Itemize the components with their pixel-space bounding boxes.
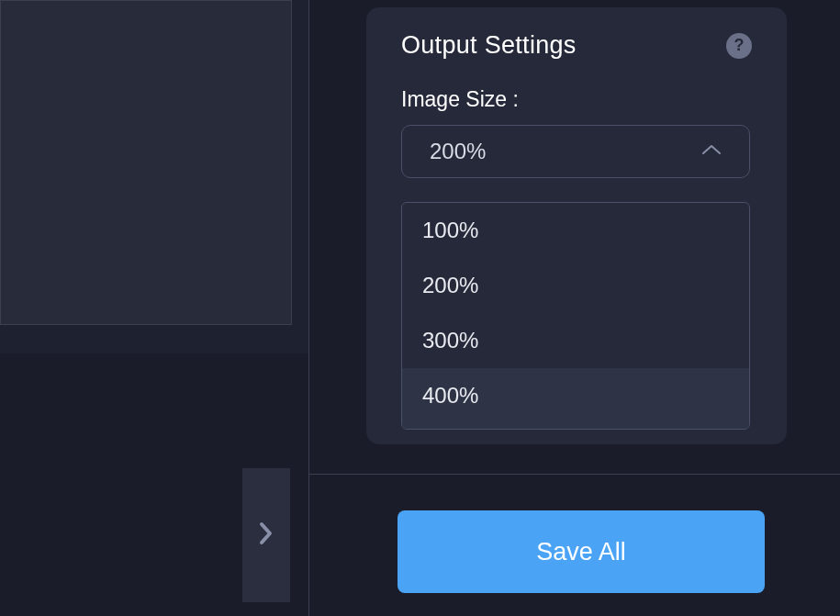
image-size-dropdown-list: 100% 200% 300% 400%	[401, 202, 750, 430]
image-size-dropdown[interactable]: 200%	[401, 125, 750, 178]
horizontal-divider	[309, 474, 840, 475]
image-size-label: Image Size :	[401, 87, 752, 112]
chevron-up-icon	[701, 143, 722, 160]
dropdown-option-300[interactable]: 300%	[402, 313, 749, 368]
dropdown-option-100[interactable]: 100%	[402, 203, 749, 258]
save-all-button[interactable]: Save All	[398, 510, 765, 593]
output-settings-card: Output Settings ? Image Size : 200% 100%…	[366, 7, 787, 444]
chevron-right-icon	[258, 521, 274, 550]
left-preview-region	[0, 0, 308, 616]
dropdown-option-200[interactable]: 200%	[402, 258, 749, 313]
help-icon[interactable]: ?	[726, 33, 752, 59]
expand-right-button[interactable]	[242, 468, 290, 602]
settings-header: Output Settings ?	[401, 31, 752, 60]
dropdown-option-400[interactable]: 400%	[402, 368, 749, 423]
settings-title: Output Settings	[401, 31, 577, 60]
preview-area	[0, 0, 292, 325]
right-panel: Output Settings ? Image Size : 200% 100%…	[308, 0, 840, 616]
dropdown-selected-value: 200%	[430, 139, 486, 164]
preview-container	[0, 0, 308, 353]
dropdown-peek	[402, 423, 749, 429]
